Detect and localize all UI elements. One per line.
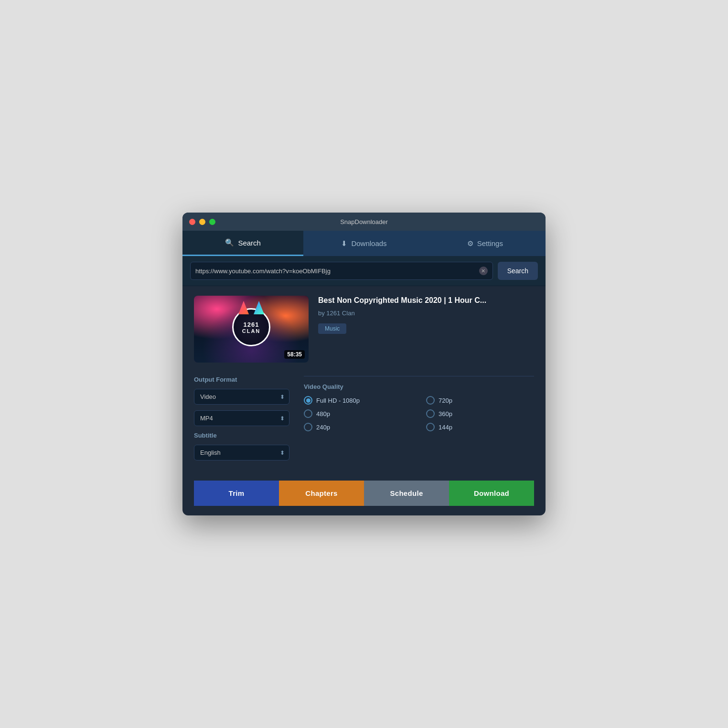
tab-downloads[interactable]: ⬇ Downloads bbox=[303, 231, 424, 256]
radio-480p-indicator bbox=[304, 409, 312, 418]
right-options: Video Quality Full HD - 1080p 720p bbox=[304, 376, 534, 466]
quality-option-360p[interactable]: 360p bbox=[426, 409, 534, 418]
output-format-select-wrap: MP4 MKV AVI MOV ⬍ bbox=[194, 410, 289, 426]
clear-button[interactable]: ✕ bbox=[479, 267, 488, 275]
radio-144p-indicator bbox=[426, 423, 435, 431]
download-button[interactable]: Download bbox=[449, 481, 534, 506]
close-button[interactable] bbox=[189, 219, 195, 225]
quality-option-720p[interactable]: 720p bbox=[426, 396, 534, 405]
subtitle-label: Subtitle bbox=[194, 432, 289, 439]
logo-ears bbox=[234, 301, 269, 314]
tab-bar: 🔍 Search ⬇ Downloads ⚙ Settings bbox=[182, 231, 546, 256]
radio-480p-label: 480p bbox=[316, 410, 330, 418]
trim-button[interactable]: Trim bbox=[194, 481, 279, 506]
radio-720p-indicator bbox=[426, 396, 435, 405]
radio-144p-label: 144p bbox=[439, 424, 452, 431]
tab-search[interactable]: 🔍 Search bbox=[182, 231, 303, 256]
output-format-select[interactable]: MP4 MKV AVI MOV bbox=[194, 410, 289, 426]
subtitle-select[interactable]: English None Spanish French bbox=[194, 445, 289, 460]
downloads-tab-icon: ⬇ bbox=[341, 239, 347, 248]
channel-logo: 1261 CLAN bbox=[232, 308, 270, 346]
titlebar: SnapDownloader bbox=[182, 213, 546, 231]
output-type-select[interactable]: Video Audio MP3 bbox=[194, 389, 289, 405]
quality-option-480p[interactable]: 480p bbox=[304, 409, 412, 418]
radio-1080p-label: Full HD - 1080p bbox=[316, 397, 360, 404]
options-section: Output Format Video Audio MP3 ⬍ MP4 MKV … bbox=[194, 376, 534, 466]
video-duration: 58:35 bbox=[284, 350, 305, 359]
search-bar: ✕ Search bbox=[182, 256, 546, 286]
video-title: Best Non Copyrighted Music 2020 | 1 Hour… bbox=[318, 296, 534, 306]
logo-text-1261: 1261 bbox=[244, 321, 259, 328]
maximize-button[interactable] bbox=[209, 219, 215, 225]
quality-grid: Full HD - 1080p 720p 480p bbox=[304, 396, 534, 431]
traffic-lights bbox=[189, 219, 215, 225]
radio-240p-label: 240p bbox=[316, 424, 330, 431]
video-channel: by 1261 Clan bbox=[318, 310, 534, 317]
url-input[interactable] bbox=[195, 268, 479, 275]
left-options: Output Format Video Audio MP3 ⬍ MP4 MKV … bbox=[194, 376, 289, 466]
radio-360p-indicator bbox=[426, 409, 435, 418]
radio-720p-label: 720p bbox=[439, 397, 452, 404]
radio-1080p-indicator bbox=[304, 396, 312, 405]
settings-tab-icon: ⚙ bbox=[467, 239, 473, 248]
app-window: SnapDownloader 🔍 Search ⬇ Downloads ⚙ Se… bbox=[182, 213, 546, 515]
ear-left-icon bbox=[238, 301, 249, 314]
video-quality-label: Video Quality bbox=[304, 383, 534, 390]
ear-right-icon bbox=[254, 301, 264, 314]
app-title: SnapDownloader bbox=[340, 218, 388, 225]
tab-downloads-label: Downloads bbox=[351, 239, 386, 247]
radio-360p-label: 360p bbox=[439, 410, 452, 418]
main-content: 1261 CLAN 58:35 Best Non Copyrighted Mus… bbox=[182, 286, 546, 515]
chapters-button[interactable]: Chapters bbox=[279, 481, 364, 506]
quality-option-144p[interactable]: 144p bbox=[426, 423, 534, 431]
tab-search-label: Search bbox=[238, 239, 261, 247]
action-bar: Trim Chapters Schedule Download bbox=[194, 481, 534, 506]
minimize-button[interactable] bbox=[199, 219, 205, 225]
output-type-select-wrap: Video Audio MP3 ⬍ bbox=[194, 389, 289, 405]
video-thumbnail: 1261 CLAN 58:35 bbox=[194, 296, 309, 363]
quality-option-240p[interactable]: 240p bbox=[304, 423, 412, 431]
output-format-label: Output Format bbox=[194, 376, 289, 383]
search-tab-icon: 🔍 bbox=[225, 238, 234, 247]
schedule-button[interactable]: Schedule bbox=[364, 481, 449, 506]
tab-settings[interactable]: ⚙ Settings bbox=[425, 231, 546, 256]
video-section: 1261 CLAN 58:35 Best Non Copyrighted Mus… bbox=[194, 296, 534, 363]
search-button[interactable]: Search bbox=[498, 262, 538, 280]
radio-240p-indicator bbox=[304, 423, 312, 431]
video-tag: Music bbox=[318, 323, 346, 334]
logo-text-clan: CLAN bbox=[242, 328, 261, 334]
subtitle-select-wrap: English None Spanish French ⬍ bbox=[194, 445, 289, 460]
url-input-wrap: ✕ bbox=[190, 262, 493, 280]
tab-settings-label: Settings bbox=[477, 239, 503, 247]
quality-option-1080p[interactable]: Full HD - 1080p bbox=[304, 396, 412, 405]
video-info: Best Non Copyrighted Music 2020 | 1 Hour… bbox=[318, 296, 534, 363]
